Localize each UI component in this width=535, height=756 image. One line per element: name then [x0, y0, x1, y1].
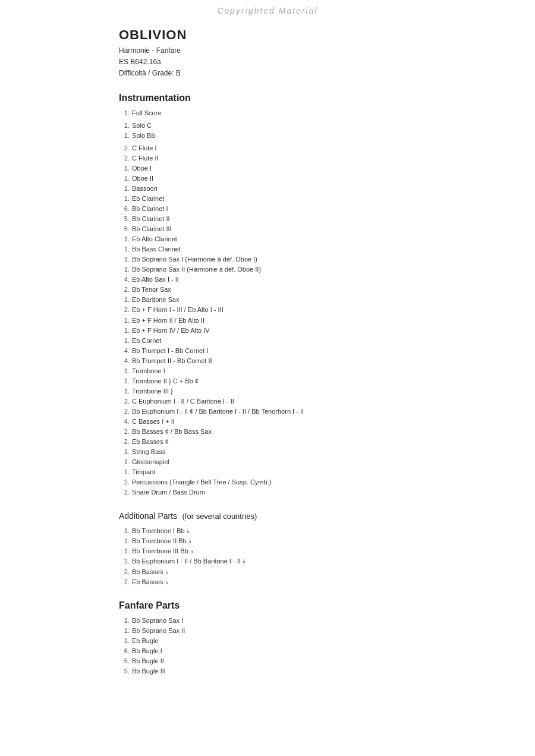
item-name: Bb Trumpet I - Bb Cornet I: [132, 346, 208, 356]
item-name: Bb Trumpet II - Bb Cornet II: [132, 356, 212, 366]
item-name: Bb Euphonium I - II / Bb Baritone I - II…: [132, 556, 246, 566]
item-name: Bb Bugle III: [132, 666, 166, 676]
item-name: Snare Drum / Bass Drum: [132, 487, 205, 497]
item-number: 2.: [119, 153, 130, 163]
item-name: Bb Soprano Sax I: [132, 616, 183, 626]
list-item: 1.Trombone III }: [119, 386, 499, 396]
item-number: 1.: [119, 184, 130, 194]
item-name: Bb Bugle I: [132, 646, 162, 656]
list-item: 5.Bb Clarinet III: [119, 224, 499, 234]
item-name: Solo Bb: [132, 131, 155, 141]
item-number: 2.: [119, 427, 130, 437]
item-name: Eb Alto Sax I - II: [132, 275, 179, 285]
fanfare-heading: Fanfare Parts: [119, 600, 499, 611]
item-number: 1.: [119, 121, 130, 131]
item-number: 2.: [119, 567, 130, 577]
item-number: 2.: [119, 305, 130, 315]
item-name: Bb Soprano Sax II (Harmonie à déf. Oboe …: [132, 264, 261, 275]
additional-list: 1.Bb Trombone I Bb ♭1.Bb Trombone II Bb …: [119, 526, 499, 587]
list-item: 5.Bb Bugle III: [119, 666, 499, 676]
list-item: 1.Solo Bb: [119, 131, 499, 141]
list-item: 1.Eb Cornet: [119, 336, 499, 346]
additional-heading: Additional Parts (for several countries): [119, 511, 499, 521]
list-item: 6.Bb Clarinet I: [119, 204, 499, 214]
item-name: Bb Trombone II Bb ♭: [132, 536, 191, 546]
item-number: 1.: [119, 234, 130, 244]
item-name: Eb + F Horn IV / Eb Alto IV: [132, 326, 210, 336]
item-name: Eb Basses ¢: [132, 437, 169, 447]
subtitle: Harmonie - Fanfare ES B642.16a Difficolt…: [119, 45, 499, 80]
item-number: 2.: [119, 487, 130, 497]
item-number: 5.: [119, 224, 130, 234]
list-item: 4.Eb Alto Sax I - II: [119, 275, 499, 285]
item-number: 1.: [119, 467, 130, 477]
item-number: 1.: [119, 376, 130, 386]
subtitle-line3: Difficoltà / Grade: B: [119, 68, 499, 79]
item-number: 4.: [119, 356, 130, 366]
item-number: 5.: [119, 214, 130, 224]
list-item: 2.Percussions (Triangle / Bell Tree / Su…: [119, 477, 499, 487]
item-name: Bb Bass Clarinet: [132, 244, 181, 254]
list-item: 1.Bb Bass Clarinet: [119, 244, 499, 254]
item-name: Bb Clarinet I: [132, 204, 168, 214]
list-item: 2.Eb Basses ♭: [119, 577, 499, 587]
list-item: 2.C Euphonium I - II / C Baritone I - II: [119, 396, 499, 407]
list-item: 1.Timpani: [119, 467, 499, 477]
item-number: 1.: [119, 457, 130, 467]
list-item: 1.Trombone II } C + Bb ¢: [119, 376, 499, 386]
item-number: 1.: [119, 316, 130, 326]
item-number: 1.: [119, 108, 130, 118]
item-name: Trombone III }: [132, 386, 173, 396]
item-name: Eb Cornet: [132, 336, 162, 346]
item-number: 1.: [119, 336, 130, 346]
list-item: 1.Eb + F Horn II / Eb Alto II: [119, 316, 499, 326]
instrumentation-list: 1.Full Score1.Solo C1.Solo Bb2.C Flute I…: [119, 108, 499, 498]
watermark: Copyrighted Material: [0, 0, 535, 15]
list-item: 2.C Flute II: [119, 153, 499, 163]
page: Copyrighted Material OBLIVION Harmonie -…: [0, 0, 535, 756]
item-name: Trombone I: [132, 366, 165, 376]
item-name: Trombone II } C + Bb ¢: [132, 376, 199, 386]
item-number: 1.: [119, 447, 130, 457]
list-item: 1.Bb Soprano Sax I (Harmonie à déf. Oboe…: [119, 254, 499, 264]
item-name: Bb Clarinet II: [132, 214, 170, 224]
item-name: Bb Trombone III Bb ♭: [132, 546, 193, 556]
item-number: 6.: [119, 646, 130, 656]
list-item: 2.Bb Tenor Sax: [119, 285, 499, 295]
item-number: 1.: [119, 636, 130, 646]
list-item: 2.C Flute I: [119, 143, 499, 153]
list-item: 1.Trombone I: [119, 366, 499, 376]
item-number: 1.: [119, 254, 130, 264]
list-item: 2.Bb Basses ♭: [119, 567, 499, 577]
item-number: 2.: [119, 285, 130, 295]
additional-heading-text: Additional Parts: [119, 511, 177, 521]
item-number: 1.: [119, 131, 130, 141]
list-item: 2.Eb + F Horn I - III / Eb Alto I - III: [119, 305, 499, 315]
item-number: 1.: [119, 264, 130, 275]
item-number: 1.: [119, 194, 130, 204]
list-item: 1.Bb Trombone III Bb ♭: [119, 546, 499, 556]
item-number: 1.: [119, 326, 130, 336]
item-name: Timpani: [132, 467, 155, 477]
item-name: Eb Bugle: [132, 636, 159, 646]
subtitle-line2: ES B642.16a: [119, 56, 499, 68]
item-number: 1.: [119, 163, 130, 174]
item-number: 1.: [119, 546, 130, 556]
item-number: 1.: [119, 626, 130, 636]
list-item: 1.Oboe I: [119, 163, 499, 174]
item-name: Bb Soprano Sax I (Harmonie à déf. Oboe I…: [132, 254, 257, 264]
instrumentation-heading: Instrumentation: [119, 93, 499, 103]
item-number: 1.: [119, 526, 130, 536]
item-name: Bb Trombone I Bb ♭: [132, 526, 190, 536]
item-number: 1.: [119, 536, 130, 546]
list-item: 1.Eb Alto Clarinet: [119, 234, 499, 244]
item-name: Bb Tenor Sax: [132, 285, 171, 295]
item-number: 6.: [119, 204, 130, 214]
item-number: 2.: [119, 143, 130, 153]
item-name: Bb Basses ¢ / Bb Bass Sax: [132, 427, 212, 437]
item-name: C Flute II: [132, 153, 159, 163]
list-item: 5.Bb Bugle II: [119, 656, 499, 666]
list-item: 1.Oboe II: [119, 174, 499, 184]
item-number: 1.: [119, 174, 130, 184]
list-item: 1.Eb Baritone Sax: [119, 295, 499, 305]
